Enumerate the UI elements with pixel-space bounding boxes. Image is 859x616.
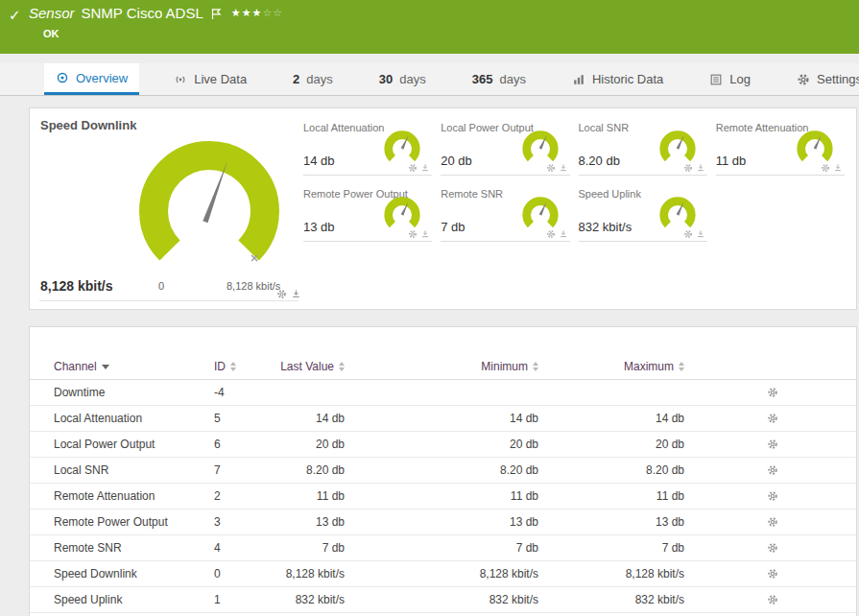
tab-overview[interactable]: Overview [44,63,139,95]
channel-settings-gear-icon[interactable] [546,229,556,239]
channel-name: Downtime [54,386,214,399]
channel-id: 0 [214,567,272,580]
download-icon[interactable] [291,289,301,299]
table-row-local-attenuation: Local Attenuation 5 14 db 14 db 14 db [30,406,856,432]
channel-edit-gear-icon[interactable] [767,464,778,476]
column-header-last-value[interactable]: Last Value [272,360,345,373]
table-row-speed-downlink: Speed Downlink 0 8,128 kbit/s 8,128 kbit… [30,561,856,587]
mini-gauge-value: 8.20 db [579,154,620,168]
channel-minimum: 7 db [345,541,538,555]
channel-settings-gear-icon[interactable] [683,163,693,173]
gauge-scale-min: 0 [158,280,164,292]
channel-settings-gear-icon[interactable] [821,163,830,173]
tab-historic-data[interactable]: Historic Data [561,63,675,95]
channel-last-value: 832 kbit/s [272,593,345,606]
download-icon[interactable] [420,163,430,173]
channel-edit-gear-icon[interactable] [767,413,778,424]
tab-365-days[interactable]: 365 days [461,63,537,95]
column-header-channel[interactable]: Channel [54,360,214,373]
channel-name: Local SNR [54,463,214,477]
mini-gauge-value: 11 db [716,154,747,168]
channel-minimum: 832 kbit/s [345,593,538,606]
channel-last-value: 13 db [272,515,345,529]
channel-id: 1 [214,593,272,606]
tab-label: Live Data [194,72,247,86]
channel-settings-gear-icon[interactable] [683,229,693,239]
priority-stars[interactable]: ★★★☆☆ [231,7,283,19]
tab-label: Overview [76,71,128,85]
channel-name: Speed Downlink [54,567,214,580]
channel-settings-gear-icon[interactable] [408,229,418,239]
mini-gauge-value: 7 db [441,220,465,234]
divider [39,300,298,301]
channel-name: Local Attenuation [54,412,214,425]
tab-label: Settings [817,72,859,86]
channel-edit-gear-icon[interactable] [767,594,778,605]
channel-maximum: 8.20 db [538,463,684,477]
sensor-status-badge: OK [43,28,283,39]
channel-name: Remote Power Output [54,515,214,529]
channel-last-value: 8.20 db [272,463,345,477]
table-row-speed-uplink: Speed Uplink 1 832 kbit/s 832 kbit/s 832… [30,587,856,613]
tab-day-count: 30 [379,72,393,86]
channel-last-value: 7 db [272,541,345,555]
channel-name: Local Power Output [54,438,214,451]
channel-edit-gear-icon[interactable] [767,438,778,450]
channel-edit-gear-icon[interactable] [767,516,778,528]
download-icon[interactable] [420,229,430,239]
channel-minimum: 13 db [345,515,538,529]
tab-label: Historic Data [592,72,663,86]
channel-maximum: 13 db [538,515,684,529]
channel-minimum: 20 db [345,438,538,451]
mini-gauge-speed-uplink: Speed Uplink 832 kbit/s [579,186,707,242]
channel-name: Remote Attenuation [54,489,214,503]
channel-settings-gear-icon[interactable] [408,163,418,173]
channel-name: Remote SNR [54,541,214,555]
tab-label: Log [729,72,751,86]
status-ok-check-icon: ✓ [9,7,21,24]
sort-icon [230,362,236,371]
column-header-minimum[interactable]: Minimum [345,360,538,373]
download-icon[interactable] [696,163,705,173]
channel-id: 6 [214,438,272,451]
channel-maximum: 7 db [538,541,684,555]
channel-settings-gear-icon[interactable] [276,289,287,299]
channel-maximum: 20 db [538,438,684,451]
channel-minimum: 14 db [345,412,538,425]
channel-settings-gear-icon[interactable] [546,163,556,173]
download-icon[interactable] [696,229,705,239]
mini-gauge-value: 20 db [441,154,472,168]
table-row-remote-attenuation: Remote Attenuation 2 11 db 11 db 11 db [30,484,856,509]
column-header-id[interactable]: ID [214,360,272,373]
mini-gauge-remote-power-output: Remote Power Output 13 db [303,186,432,242]
channel-edit-gear-icon[interactable] [767,568,778,580]
channel-edit-gear-icon[interactable] [767,387,778,398]
tab-live-data[interactable]: Live Data [162,63,258,95]
live-data-broadcast-icon [174,73,187,86]
tab-day-count: 365 [472,72,493,86]
mini-gauge-local-attenuation: Local Attenuation 14 db [303,120,432,176]
stars-filled: ★★★ [231,7,263,18]
download-icon[interactable] [559,163,568,173]
channel-id: 2 [214,489,272,503]
tab-30-days[interactable]: 30 days [368,63,438,95]
tab-settings[interactable]: Settings [785,63,859,95]
channel-edit-gear-icon[interactable] [767,490,778,502]
table-row-remote-power-output: Remote Power Output 3 13 db 13 db 13 db [30,509,856,535]
column-label: Last Value [280,360,334,373]
table-header-row: Channel ID Last Value Minimum Maximum [30,354,856,380]
column-header-maximum[interactable]: Maximum [538,360,684,373]
flag-icon[interactable] [210,7,223,19]
channel-id: 5 [214,412,272,425]
tab-log[interactable]: Log [698,63,762,95]
table-row-remote-snr: Remote SNR 4 7 db 7 db 7 db [30,535,856,561]
overview-target-icon [56,71,69,84]
download-icon[interactable] [559,229,568,239]
tab-label: days [306,72,332,86]
download-icon[interactable] [833,163,843,173]
channel-edit-gear-icon[interactable] [767,542,778,554]
tab-2-days[interactable]: 2 days [281,63,345,95]
table-row-local-snr: Local SNR 7 8.20 db 8.20 db 8.20 db [30,458,856,484]
primary-gauge-value: 8,128 kbit/s [40,278,113,294]
sensor-name: SNMP Cisco ADSL [82,5,203,21]
